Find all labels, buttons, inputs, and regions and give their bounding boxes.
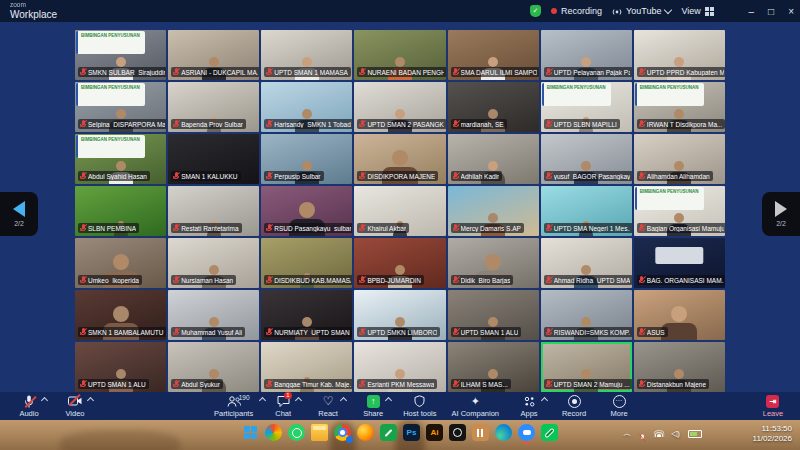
recording-indicator[interactable]: Recording: [551, 6, 602, 16]
participant-name: UPTD Pelayanan Pajak Pa...: [554, 69, 631, 76]
video-button[interactable]: Video: [60, 395, 90, 418]
participant-tile[interactable]: Alihamdan Alihamdan: [634, 134, 725, 184]
participant-tile[interactable]: Abdul Syukur: [168, 342, 259, 392]
record-button[interactable]: Record: [559, 395, 589, 418]
participant-tile[interactable]: UPTD SMAN 1 ALU: [448, 290, 539, 340]
participant-tile[interactable]: mardianah, SE: [448, 82, 539, 132]
participant-tile[interactable]: Distanakbun Majene: [634, 342, 725, 392]
participant-tile[interactable]: NURMIATY_UPTD SMAN ...: [261, 290, 352, 340]
participant-tile[interactable]: UPTD PPRD Kabupaten M...: [634, 30, 725, 80]
participant-tile[interactable]: Umkeo_Ikoperida: [75, 238, 166, 288]
participant-tile[interactable]: UPTD SMAN 1 ALU: [75, 342, 166, 392]
participants-button[interactable]: 190 Participants: [214, 395, 253, 418]
participant-tile[interactable]: UPTD SMAN 2 Mamuju ...: [541, 342, 632, 392]
participant-tile[interactable]: Adhilah Kadir: [448, 134, 539, 184]
security-shield-icon[interactable]: ✓: [530, 5, 541, 17]
participant-tile[interactable]: BIMBINGAN PENYUSUNANAbdul Syahid Hasan: [75, 134, 166, 184]
tray-volume-icon[interactable]: ◁): [671, 429, 680, 438]
participant-tile[interactable]: Harisandy_SMKN 1 Tobad...: [261, 82, 352, 132]
participant-tile[interactable]: UPTD SMAN 2 PASANGK...: [354, 82, 445, 132]
participant-tile[interactable]: Restati Rantetarima: [168, 186, 259, 236]
participant-tile[interactable]: RSUD Pasangkayu_sulbar: [261, 186, 352, 236]
participant-tile[interactable]: Nursiaman Hasan: [168, 238, 259, 288]
previous-page-button[interactable]: 2/2: [0, 192, 38, 236]
participant-tile[interactable]: Ahmad Ridha_UPTD SMA...: [541, 238, 632, 288]
participant-tile[interactable]: SMA DARUL ILMI SAMPO...: [448, 30, 539, 80]
participant-tile[interactable]: Mercy Damaris S.AP: [448, 186, 539, 236]
participant-tile[interactable]: ILHAM S MAS...: [448, 342, 539, 392]
file-explorer-icon[interactable]: [311, 424, 328, 441]
participant-tile[interactable]: UPTD SMA Negeri 1 Mes...: [541, 186, 632, 236]
tray-wifi-icon[interactable]: [654, 430, 663, 437]
participant-tile[interactable]: BIMBINGAN PENYUSUNANSelpina_DISPARPORA M…: [75, 82, 166, 132]
tray-battery-icon[interactable]: [688, 430, 702, 438]
participant-name-pill: ASUS: [637, 327, 668, 337]
chevron-up-icon[interactable]: [87, 396, 94, 403]
audio-button[interactable]: Audio: [14, 395, 44, 418]
chrome-icon[interactable]: [334, 424, 351, 441]
participant-tile[interactable]: NURAENI BADAN PENGH...: [354, 30, 445, 80]
participant-tile[interactable]: ASUS: [634, 290, 725, 340]
illustrator-icon[interactable]: Ai: [426, 424, 443, 441]
camera-app-icon[interactable]: [449, 424, 466, 441]
whatsapp-icon[interactable]: [288, 424, 305, 441]
chevron-up-icon[interactable]: [295, 396, 302, 403]
leave-button[interactable]: ⇥ Leave: [758, 395, 788, 418]
participant-tile[interactable]: BAG. ORGANISASI MAM...: [634, 238, 725, 288]
participant-tile[interactable]: BPBD-JUMARDIN: [354, 238, 445, 288]
participant-name: ASUS: [647, 329, 665, 336]
participant-tile[interactable]: SMAN 1 KALUKKU: [168, 134, 259, 184]
react-button[interactable]: ♡ React: [313, 395, 343, 418]
participant-tile[interactable]: DISDIKBUD KAB.MAMASA: [261, 238, 352, 288]
tray-chevron-up-icon[interactable]: ︿: [623, 428, 631, 439]
participant-tile[interactable]: RISWANDI=SMKS KOMP...: [541, 290, 632, 340]
participant-tile[interactable]: Muhammad Yusuf Ali: [168, 290, 259, 340]
participant-tile[interactable]: BIMBINGAN PENYUSUNANSMKN SULBAR_Sirajudd…: [75, 30, 166, 80]
participant-tile[interactable]: ASRIANI - DUKCAPIL MA...: [168, 30, 259, 80]
edge-icon[interactable]: [495, 424, 512, 441]
participant-tile[interactable]: BIMBINGAN PENYUSUNANUPTD SLBN MAPILLI: [541, 82, 632, 132]
taskbar-clock[interactable]: 11:53:50 11/02/2026: [753, 424, 792, 445]
next-page-button[interactable]: 2/2: [762, 192, 800, 236]
participant-tile[interactable]: BIMBINGAN PENYUSUNANIRWAN T Disdikpora M…: [634, 82, 725, 132]
firefox-icon[interactable]: [357, 424, 374, 441]
participant-tile[interactable]: Bapenda Prov Sulbar: [168, 82, 259, 132]
chat-button[interactable]: 1 Chat: [268, 395, 298, 418]
participant-tile[interactable]: SMKN 1 BAMBALAMUTU ...: [75, 290, 166, 340]
ai-companion-button[interactable]: ✦ AI Companion: [452, 395, 500, 418]
livestream-button[interactable]: YouTube: [612, 6, 671, 16]
tray-microphone-muted-icon[interactable]: [639, 429, 646, 438]
chevron-up-icon[interactable]: [41, 396, 48, 403]
photoshop-icon[interactable]: Ps: [403, 424, 420, 441]
participant-tile[interactable]: DISDIKPORA MAJENE: [354, 134, 445, 184]
participant-tile[interactable]: Didik_Biro Barjas: [448, 238, 539, 288]
participant-tile[interactable]: BIMBINGAN PENYUSUNANBagian Organisasi Ma…: [634, 186, 725, 236]
host-tools-button[interactable]: Host tools: [403, 395, 436, 418]
participant-tile[interactable]: Esrianti PKM Messawa: [354, 342, 445, 392]
participant-tile[interactable]: Banggae Timur Kab. Maje...: [261, 342, 352, 392]
share-button[interactable]: ↑ Share: [358, 395, 388, 418]
participant-tile[interactable]: SLBN PEMBINA: [75, 186, 166, 236]
participant-tile[interactable]: UPTD SMAN 1 MAMASA: [261, 30, 352, 80]
windows-start-icon[interactable]: [242, 424, 259, 441]
apps-button[interactable]: Apps: [514, 395, 544, 418]
zoom-app-icon[interactable]: [518, 424, 535, 441]
chevron-up-icon[interactable]: [385, 396, 392, 403]
chevron-up-icon[interactable]: [541, 396, 548, 403]
green-app-icon[interactable]: [380, 424, 397, 441]
view-button[interactable]: View: [681, 6, 713, 16]
more-button[interactable]: ⋯ More: [604, 395, 634, 418]
maximize-button[interactable]: □: [768, 6, 774, 17]
participant-tile[interactable]: UPTD Pelayanan Pajak Pa...: [541, 30, 632, 80]
line-app-icon[interactable]: [541, 424, 558, 441]
close-button[interactable]: ×: [788, 6, 794, 17]
chevron-up-icon[interactable]: [340, 396, 347, 403]
copilot-icon[interactable]: [265, 424, 282, 441]
chevron-up-icon[interactable]: [259, 396, 266, 403]
participant-tile[interactable]: UPTD SMKN LIMBORO: [354, 290, 445, 340]
minimize-button[interactable]: –: [749, 6, 755, 17]
participant-tile[interactable]: yusuf_BAGOR Pasangkayu: [541, 134, 632, 184]
participant-tile[interactable]: Khairul Akbar: [354, 186, 445, 236]
participant-tile[interactable]: Perpusip Sulbar: [261, 134, 352, 184]
store-app-icon[interactable]: [472, 424, 489, 441]
